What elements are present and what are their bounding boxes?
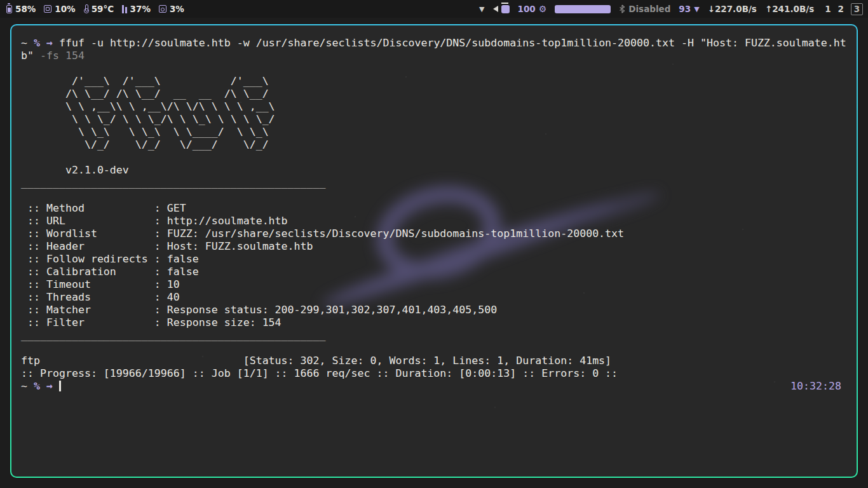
volume-module[interactable] — [493, 5, 510, 13]
battery-value: 58% — [15, 4, 36, 14]
terminal-line: b" -fs 154 — [21, 50, 847, 62]
status-bar-left: 58% 10% 59°C 37% 3% — [6, 0, 184, 18]
terminal-line: ________________________________________… — [21, 177, 847, 189]
temperature-value: 59°C — [92, 4, 114, 14]
terminal-line — [21, 342, 847, 355]
volume-bar[interactable] — [555, 5, 611, 13]
terminal-line: :: Progress: [19966/19966] :: Job [1/1] … — [21, 367, 847, 380]
terminal-output[interactable]: ~ % → ffuf -u http://soulmate.htb -w /us… — [11, 25, 857, 393]
disk-value: 3% — [170, 4, 184, 14]
terminal-line — [21, 62, 847, 75]
workspace-2[interactable]: 2 — [838, 4, 844, 14]
bluetooth-icon — [619, 4, 625, 13]
workspace-1[interactable]: 1 — [825, 4, 831, 14]
terminal-window[interactable]: ~ % → ffuf -u http://soulmate.htb -w /us… — [10, 24, 858, 478]
battery-icon — [6, 5, 12, 13]
battery-module[interactable]: 58% — [6, 4, 36, 14]
terminal-line: :: Method : GET — [21, 202, 847, 215]
terminal-line: :: URL : http://soulmate.htb — [21, 215, 847, 227]
cpu-module[interactable]: 10% — [44, 4, 75, 14]
cpu-value: 10% — [55, 4, 75, 14]
terminal-line: v2.1.0-dev — [21, 164, 847, 177]
disk-icon — [159, 5, 166, 13]
terminal-line: :: Matcher : Response status: 200-299,30… — [21, 304, 847, 316]
disk-module[interactable]: 3% — [159, 4, 184, 14]
terminal-line: /'___\ /'___\ /'___\ — [21, 75, 847, 88]
thermometer-icon — [84, 4, 88, 13]
dropdown-caret-icon[interactable]: ▼ — [479, 5, 484, 13]
clock-text: 10:32:28 — [790, 380, 841, 393]
terminal-line: :: Filter : Response size: 154 — [21, 316, 847, 329]
workspace-switcher: 1 2 3 — [825, 3, 863, 15]
network-upload-rate: ↑241.0B/s — [765, 4, 814, 14]
memory-module[interactable]: 37% — [122, 4, 151, 14]
network-download-rate: ↓227.0B/s — [708, 4, 757, 14]
bluetooth-status: Disabled — [628, 4, 670, 14]
terminal-line: ~ % → — [21, 380, 847, 393]
terminal-line: \ \ \_/ \ \ \_/\ \ \_\ \ \ \ \_/ — [21, 113, 847, 126]
terminal-line: :: Threads : 40 — [21, 291, 847, 304]
terminal-line: ~ % → ffuf -u http://soulmate.htb -w /us… — [21, 37, 847, 50]
terminal-line — [21, 189, 847, 202]
terminal-line: :: Timeout : 10 — [21, 278, 847, 291]
status-bar-right: ▼ 100 ⚙ Disabled 93 ▼ ↓227.0B/s ↑241.0B/… — [479, 0, 863, 18]
terminal-cursor — [59, 381, 61, 391]
volume-box-icon — [501, 5, 510, 13]
gear-icon: ⚙ — [539, 4, 547, 14]
terminal-line: :: Header : Host: FUZZ.soulmate.htb — [21, 240, 847, 253]
terminal-line: :: Follow redirects : false — [21, 253, 847, 266]
bluetooth-module[interactable]: Disabled — [619, 4, 670, 14]
terminal-line: ftp [Status: 302, Size: 0, Words: 1, Lin… — [21, 355, 847, 367]
terminal-line: \ \_\ \ \_\ \ \____/ \ \_\ — [21, 126, 847, 139]
workspace-3-active[interactable]: 3 — [851, 3, 863, 15]
brightness-module[interactable]: 100 ⚙ — [518, 4, 547, 14]
wifi-icon: ▼ — [694, 5, 699, 13]
wifi-module[interactable]: 93 ▼ — [679, 4, 699, 14]
terminal-line: :: Calibration : false — [21, 266, 847, 278]
volume-value: 100 — [518, 4, 536, 14]
terminal-line: \/_/ \/_/ \/___/ \/_/ — [21, 139, 847, 151]
terminal-line: :: Wordlist : FUZZ: /usr/share/seclists/… — [21, 227, 847, 240]
terminal-background: ~ % → ffuf -u http://soulmate.htb -w /us… — [11, 25, 857, 477]
memory-value: 37% — [130, 4, 151, 14]
cpu-icon — [44, 5, 51, 13]
terminal-line: ________________________________________… — [21, 329, 847, 342]
temperature-module[interactable]: 59°C — [84, 4, 114, 14]
memory-icon — [122, 5, 127, 13]
terminal-line: /\ \__/ /\ \__/ __ __ /\ \__/ — [21, 88, 847, 100]
terminal-line: \ \ ,__\\ \ ,__\/\ \/\ \ \ \ ,__\ — [21, 100, 847, 113]
speaker-icon — [493, 6, 498, 12]
status-bar: 58% 10% 59°C 37% 3% ▼ 100 ⚙ — [0, 0, 868, 18]
terminal-line — [21, 151, 847, 164]
wifi-value: 93 — [679, 4, 691, 14]
